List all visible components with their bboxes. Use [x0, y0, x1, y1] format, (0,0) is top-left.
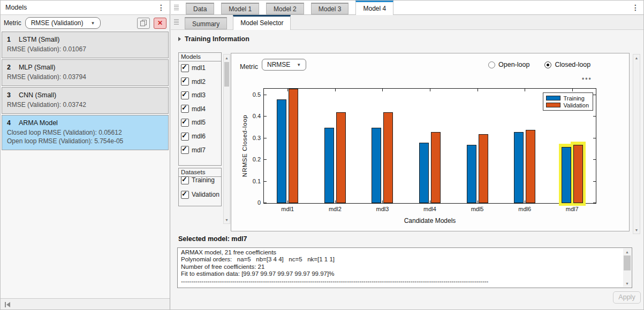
model-item-title: 4ARMA Model: [7, 119, 163, 127]
checkbox-mdl6[interactable]: ✓: [181, 133, 189, 141]
model-list-item[interactable]: 1LSTM (Small)RMSE (Validation): 0.01067: [2, 32, 169, 58]
checkbox-row-mdl5[interactable]: ✓mdl5: [179, 118, 221, 127]
bar-mdl1-training[interactable]: [277, 99, 286, 203]
tab-model-4[interactable]: Model 4: [355, 1, 393, 15]
x-tick-mark: [478, 89, 478, 91]
tab-group-grip-icon[interactable]: [174, 5, 179, 11]
model-list-item[interactable]: 2MLP (Small)RMSE (Validation): 0.03794: [2, 59, 169, 86]
check-icon: ✓: [181, 118, 187, 126]
scroll-up-icon[interactable]: ▲: [623, 250, 631, 254]
model-item-metric: Open loop RMSE (Validation): 5.754e-05: [7, 137, 163, 145]
checkbox-row-training[interactable]: ✓Training: [179, 175, 221, 185]
legend-swatch: [546, 103, 560, 107]
radio-circle: [488, 61, 495, 68]
checkbox-mdl5[interactable]: ✓: [181, 119, 189, 127]
tab-model-2[interactable]: Model 2: [266, 3, 304, 14]
bar-mdl2-validation[interactable]: [336, 112, 346, 203]
datasets-filter-panel: Datasets ✓Training✓Validation: [178, 168, 222, 206]
checkbox-row-mdl4[interactable]: ✓mdl4: [179, 104, 221, 114]
training-information-header[interactable]: Training Information: [178, 35, 249, 43]
bar-mdl7-validation[interactable]: [573, 145, 583, 203]
apply-button[interactable]: Apply: [613, 291, 641, 304]
bar-mdl6-training[interactable]: [514, 132, 524, 203]
chevron-down-icon: ▼: [90, 21, 95, 26]
models-panel-title: Models: [5, 4, 27, 11]
model-list-item[interactable]: 4ARMA ModelClosed loop RMSE (Validation)…: [2, 115, 169, 150]
document-pane-menu-icon[interactable]: ⋮: [632, 4, 639, 11]
models-panel-menu-icon[interactable]: ⋮: [157, 4, 165, 11]
checkbox-row-validation[interactable]: ✓Validation: [179, 190, 221, 199]
bar-mdl4-training[interactable]: [419, 143, 429, 203]
tab-model-1[interactable]: Model 1: [221, 3, 259, 14]
checkbox-mdl3[interactable]: ✓: [181, 91, 189, 99]
scroll-up-icon[interactable]: ▲: [633, 56, 640, 60]
model-item-metric: RMSE (Validation): 0.01067: [7, 45, 163, 53]
y-tick-mark: [264, 95, 267, 95]
radio-closed-loop[interactable]: Closed-loop: [544, 61, 590, 68]
check-icon: ✓: [181, 76, 187, 84]
x-tick-label: mdl7: [554, 206, 591, 212]
scroll-up-icon[interactable]: ▲: [224, 56, 230, 60]
bar-mdl4-validation[interactable]: [431, 132, 441, 203]
checkbox-mdl4[interactable]: ✓: [181, 105, 189, 113]
scrollbar-thumb[interactable]: [624, 255, 631, 270]
models-filter-title: Models: [179, 53, 221, 61]
x-tick-mark: [572, 89, 573, 91]
checkbox-row-mdl2[interactable]: ✓mdl2: [179, 77, 221, 87]
model-list-item[interactable]: 3CNN (Small)RMSE (Validation): 0.03742: [2, 87, 169, 114]
checkbox-label: mdl1: [192, 64, 206, 72]
checkbox-row-mdl6[interactable]: ✓mdl6: [179, 131, 221, 141]
bar-mdl7-training[interactable]: [562, 147, 571, 203]
x-tick-label: mdl2: [316, 206, 354, 212]
bar-mdl2-training[interactable]: [324, 128, 334, 203]
checkbox-label: mdl7: [192, 146, 206, 154]
subtab-model-selector[interactable]: Model Selector: [233, 15, 291, 30]
y-tick-mark: [593, 159, 596, 160]
checkbox-mdl7[interactable]: ✓: [181, 146, 189, 154]
scroll-down-icon[interactable]: ▼: [224, 218, 230, 222]
bar-mdl3-training[interactable]: [372, 128, 381, 203]
scroll-down-icon[interactable]: ▼: [623, 282, 631, 285]
report-scrollbar[interactable]: ▲ ▼: [623, 249, 631, 287]
tab-data[interactable]: Data: [186, 3, 214, 14]
bar-mdl5-validation[interactable]: [479, 134, 488, 203]
subtab-group-grip-icon[interactable]: [174, 19, 179, 25]
check-icon: ✓: [181, 63, 187, 71]
axes-toolbar-icon[interactable]: •••: [582, 75, 592, 82]
bar-mdl3-validation[interactable]: [383, 112, 393, 203]
model-item-title: 1LSTM (Small): [7, 36, 163, 43]
y-tick-label: 0.5: [240, 91, 261, 98]
subtab-summary[interactable]: Summary: [185, 17, 227, 29]
bar-mdl1-validation[interactable]: [289, 89, 298, 203]
scroll-down-icon[interactable]: ▼: [633, 228, 640, 232]
tab-model-3[interactable]: Model 3: [311, 3, 349, 14]
metric-dropdown-value: RMSE (Validation): [31, 19, 84, 27]
model4-subtab-bar: SummaryModel Selector: [171, 15, 644, 30]
copy-button[interactable]: [137, 18, 150, 29]
filters-scrollbar[interactable]: ▲ ▼: [223, 54, 230, 224]
scrollbar-thumb[interactable]: [224, 62, 229, 87]
x-tick-mark: [430, 200, 430, 203]
chart-metric-dropdown[interactable]: NRMSE ▼: [262, 59, 306, 71]
bar-mdl5-training[interactable]: [467, 145, 476, 203]
checkbox-mdl2[interactable]: ✓: [181, 78, 189, 86]
x-tick-mark: [382, 89, 383, 91]
checkbox-mdl1[interactable]: ✓: [181, 64, 189, 72]
close-button[interactable]: ✕: [154, 18, 166, 29]
radio-label: Closed-loop: [555, 61, 590, 68]
checkbox-label: mdl4: [192, 105, 206, 113]
content-scrollbar[interactable]: ▲ ▼: [633, 54, 640, 234]
y-tick-mark: [593, 138, 596, 138]
radio-open-loop[interactable]: Open-loop: [488, 61, 529, 68]
checkbox-validation[interactable]: ✓: [181, 191, 189, 199]
checkbox-row-mdl1[interactable]: ✓mdl1: [179, 63, 221, 73]
checkbox-row-mdl3[interactable]: ✓mdl3: [179, 90, 221, 100]
metric-dropdown[interactable]: RMSE (Validation) ▼: [25, 17, 101, 29]
bar-mdl6-validation[interactable]: [526, 130, 535, 203]
collapse-panel-icon[interactable]: [4, 301, 11, 308]
checkbox-training[interactable]: ✓: [181, 176, 189, 184]
models-panel: Models ⋮ Metric RMSE (Validation) ▼ ✕ 1L…: [1, 1, 170, 310]
check-icon: ✓: [181, 190, 187, 198]
checkbox-row-mdl7[interactable]: ✓mdl7: [179, 145, 221, 155]
models-panel-toolbar: Metric RMSE (Validation) ▼ ✕: [1, 15, 170, 32]
